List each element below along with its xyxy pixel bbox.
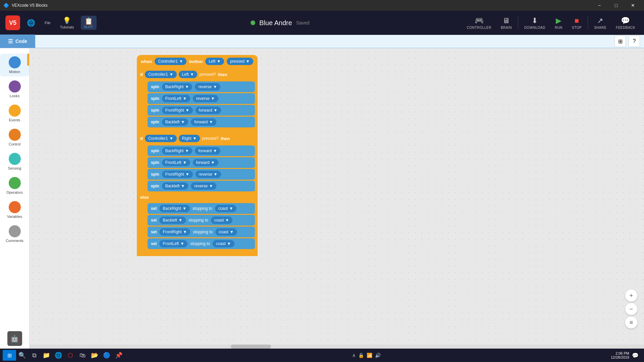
slot-button[interactable]: 📋 SLOT	[81, 16, 97, 30]
spin-block-5[interactable]: spin BackRight ▼ forward ▼	[148, 145, 255, 156]
stop-button[interactable]: ■ STOP	[569, 15, 585, 31]
globe-icon: 🌐	[27, 19, 35, 27]
taskbar-chrome[interactable]: 🔵	[101, 349, 113, 361]
app-logo[interactable]: V5	[5, 15, 20, 30]
sidebar-item-comments[interactable]: Comments	[0, 223, 29, 245]
backright-dd-2[interactable]: BackRight ▼	[162, 147, 193, 155]
controller-button[interactable]: 🎮 CONTROLLER	[464, 15, 495, 31]
backright-set-dd[interactable]: BackRight ▼	[159, 205, 190, 212]
controller1-dropdown-when[interactable]: Controller1 ▼	[155, 58, 186, 65]
taskbar-vex[interactable]: ⬡	[64, 349, 76, 361]
sidebar-item-motion[interactable]: Motion	[0, 54, 29, 76]
forward-dd-3[interactable]: forward ▼	[195, 147, 220, 155]
canvas-area[interactable]: when Controller1 ▼ button Left ▼ pressed…	[30, 48, 644, 349]
taskbar-app2[interactable]: 📌	[113, 349, 125, 361]
reverse-dd-3[interactable]: reverse ▼	[196, 171, 221, 178]
download-button[interactable]: ⬇ DOWNLOAD	[521, 15, 549, 31]
scroll-thumb[interactable]	[231, 345, 271, 349]
sidebar-item-looks[interactable]: Looks	[0, 78, 29, 101]
spin-block-6[interactable]: spin FrontLeft ▼ forward ▼	[148, 157, 255, 168]
code-tab-label: Code	[15, 39, 27, 44]
reverse-dd-4[interactable]: reverse ▼	[191, 182, 216, 190]
spin-block-4[interactable]: spin Backleft ▼ forward ▼	[148, 117, 255, 127]
start-button[interactable]: ⊞	[3, 350, 16, 361]
sidebar-item-sensing[interactable]: Sensing	[0, 150, 29, 173]
zoom-reset-button[interactable]: ≡	[625, 316, 637, 328]
feedback-button[interactable]: 💬 FEEDBACK	[612, 15, 639, 31]
brain-label: BRAIN	[501, 26, 512, 29]
backleft-dd-2[interactable]: Backleft ▼	[162, 182, 189, 190]
minimize-button[interactable]: −	[592, 0, 607, 11]
help-button[interactable]: ?	[629, 36, 640, 47]
grid-button[interactable]: ⊞	[614, 36, 626, 47]
forward-dd-4[interactable]: forward ▼	[193, 159, 218, 166]
taskbar-search[interactable]: 🔍	[16, 349, 28, 361]
right-dropdown-if2[interactable]: Right ▼	[179, 135, 200, 142]
maximize-button[interactable]: □	[608, 0, 624, 11]
frontleft-dd-1[interactable]: FrontLeft ▼	[162, 95, 190, 102]
tutorials-button[interactable]: 💡 Tutorials	[57, 15, 77, 31]
taskbar-task-view[interactable]: ⧉	[28, 349, 40, 361]
spin-block-3[interactable]: spin FrontRight ▼ forward ▼	[148, 105, 255, 116]
left-dropdown-when[interactable]: Left ▼	[205, 58, 224, 65]
spin-block-2[interactable]: spin FrontLeft ▼ reverse ▼	[148, 93, 255, 104]
frontright-dd-2[interactable]: FrontRight ▼	[162, 171, 193, 178]
reverse-dd-1[interactable]: reverse ▼	[195, 83, 220, 90]
reverse-dd-2[interactable]: reverse ▼	[193, 95, 218, 102]
frontleft-dd-2[interactable]: FrontLeft ▼	[162, 159, 190, 166]
backleft-dd-1[interactable]: Backleft ▼	[162, 118, 189, 126]
forward-dd-1[interactable]: forward ▼	[196, 107, 221, 114]
left-dropdown-if1[interactable]: Left ▼	[179, 71, 198, 78]
tray-chevron[interactable]: ∧	[352, 353, 356, 358]
coast-dd-4[interactable]: coast ▼	[213, 240, 234, 247]
if-spacer	[137, 129, 258, 133]
tray-wifi[interactable]: 📶	[367, 353, 372, 358]
sidebar-item-control[interactable]: Control	[0, 126, 29, 149]
sidebar-item-operators[interactable]: Operators	[0, 174, 29, 197]
controller1-dropdown-if1[interactable]: Controller1 ▼	[145, 71, 177, 78]
pressed-dropdown-when[interactable]: pressed ▼	[227, 58, 253, 65]
bot-icon-area[interactable]: 🤖	[5, 328, 25, 349]
backright-dd-1[interactable]: BackRight ▼	[162, 83, 193, 90]
frontright-dd-1[interactable]: FrontRight ▼	[162, 107, 193, 114]
canvas-scrollbar[interactable]	[30, 345, 644, 349]
taskbar-explorer[interactable]: 📁	[40, 349, 52, 361]
taskbar-files[interactable]: 📂	[89, 349, 101, 361]
if-keyword-2: if	[140, 136, 143, 141]
brain-button[interactable]: 🖥 BRAIN	[497, 15, 515, 31]
run-button[interactable]: ▶ RUN	[551, 15, 566, 31]
tray-network[interactable]: 🔒	[358, 353, 364, 358]
spin-block-1[interactable]: spin BackRight ▼ reverse ▼	[148, 81, 255, 92]
share-button[interactable]: ↗ SHARE	[591, 15, 610, 31]
notification-button[interactable]: 💬	[629, 349, 641, 361]
dropdown-arrow-3: ▼	[246, 59, 250, 64]
when-block[interactable]: when Controller1 ▼ button Left ▼ pressed…	[137, 55, 258, 68]
zoom-out-button[interactable]: −	[625, 303, 637, 315]
set-block-3[interactable]: set FrontRight ▼ stopping to coast ▼	[148, 227, 255, 237]
set-block-1[interactable]: set BackRight ▼ stopping to coast ▼	[148, 203, 255, 214]
globe-button[interactable]: 🌐	[24, 17, 38, 28]
spin-block-8[interactable]: spin Backleft ▼ reverse ▼	[148, 181, 255, 191]
frontright-set-dd[interactable]: FrontRight ▼	[159, 228, 190, 236]
close-button[interactable]: ✕	[625, 0, 641, 11]
coast-dd-2[interactable]: coast ▼	[211, 217, 233, 224]
set-block-4[interactable]: set FrontLeft ▼ stopping to coast ▼	[148, 238, 255, 249]
coast-dd-1[interactable]: coast ▼	[215, 205, 237, 212]
file-button[interactable]: File	[42, 19, 53, 26]
sidebar-item-events[interactable]: Events	[0, 102, 29, 125]
forward-dd-2[interactable]: forward ▼	[191, 118, 216, 126]
backleft-set-dd[interactable]: Backleft ▼	[159, 217, 186, 224]
set-block-2[interactable]: set Backleft ▼ stopping to coast ▼	[148, 215, 255, 226]
zoom-in-button[interactable]: +	[625, 290, 637, 302]
code-tab[interactable]: ☰ Code	[0, 35, 35, 48]
frontleft-set-dd[interactable]: FrontLeft ▼	[159, 240, 187, 247]
spin-block-7[interactable]: spin FrontRight ▼ reverse ▼	[148, 169, 255, 180]
controller-icon: 🎮	[475, 16, 484, 25]
controller1-dropdown-if2[interactable]: Controller1 ▼	[145, 135, 177, 142]
taskbar-edge[interactable]: 🌐	[52, 349, 64, 361]
tray-volume[interactable]: 🔊	[375, 353, 381, 358]
coast-dd-3[interactable]: coast ▼	[215, 228, 237, 236]
sidebar-item-variables[interactable]: Variables	[0, 198, 29, 221]
taskbar-store[interactable]: 🛍	[76, 349, 89, 361]
controller-label: CONTROLLER	[467, 26, 491, 29]
